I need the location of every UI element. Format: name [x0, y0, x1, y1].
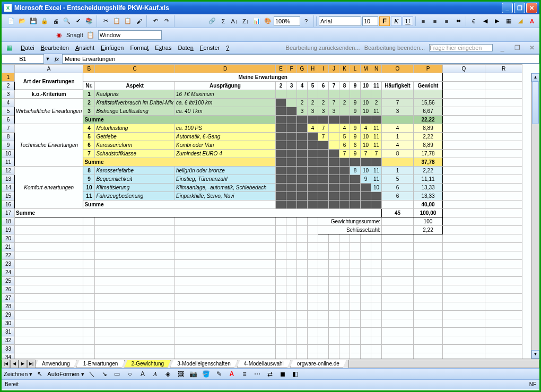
menu-einfuegen[interactable]: Einfügen — [101, 45, 124, 51]
cell[interactable]: 7 — [329, 82, 339, 90]
snagit-mode-combo[interactable] — [98, 30, 162, 40]
cell[interactable] — [308, 234, 318, 243]
cell[interactable]: 8 — [350, 167, 361, 175]
cell[interactable] — [339, 107, 350, 116]
cell[interactable]: Summe — [15, 209, 382, 217]
col-header-K[interactable]: K — [339, 65, 350, 73]
cell[interactable] — [371, 260, 382, 268]
cell[interactable] — [297, 141, 308, 150]
cell[interactable]: 2 — [276, 82, 286, 90]
cell[interactable] — [443, 268, 485, 277]
cell[interactable]: 3 — [308, 107, 318, 116]
cell[interactable] — [414, 353, 443, 359]
cell[interactable] — [485, 116, 522, 124]
cell[interactable] — [382, 277, 414, 285]
picture-icon[interactable]: 📷 — [188, 369, 199, 379]
cell[interactable] — [382, 294, 414, 302]
cell[interactable] — [339, 184, 350, 192]
col-header-G[interactable]: G — [297, 65, 308, 73]
cell[interactable] — [297, 184, 308, 192]
cell[interactable] — [318, 201, 329, 209]
row-header-3[interactable]: 3 — [2, 90, 15, 99]
cell[interactable] — [371, 311, 382, 319]
paste-icon[interactable]: 📋 — [123, 16, 133, 27]
fill-icon[interactable]: 🪣 — [201, 369, 212, 379]
cell[interactable] — [95, 311, 175, 319]
cell[interactable]: 5 — [83, 133, 95, 141]
cell[interactable] — [350, 243, 361, 251]
doc-restore-icon[interactable]: ❐ — [512, 42, 522, 53]
col-header-Q[interactable]: Q — [443, 65, 485, 73]
cell[interactable] — [329, 319, 339, 328]
cell[interactable]: 4 — [382, 124, 414, 133]
row-header-12[interactable]: 12 — [2, 167, 15, 175]
cell[interactable] — [286, 201, 297, 209]
cell[interactable] — [286, 133, 297, 141]
cell[interactable]: Ausprägung — [175, 82, 276, 90]
cell[interactable] — [318, 345, 329, 353]
cell[interactable] — [318, 141, 329, 150]
cell[interactable]: 2 — [318, 99, 329, 107]
cell[interactable] — [286, 192, 297, 201]
cell[interactable]: 8 — [382, 150, 414, 158]
cell[interactable]: 11 — [371, 107, 382, 116]
cell[interactable] — [485, 277, 522, 285]
cell[interactable] — [297, 201, 308, 209]
cell[interactable] — [83, 285, 95, 294]
cell[interactable] — [318, 167, 329, 175]
cell[interactable] — [339, 294, 350, 302]
cell[interactable] — [350, 285, 361, 294]
sum-icon[interactable]: Σ — [218, 16, 229, 27]
cell[interactable] — [276, 251, 286, 260]
cell[interactable] — [83, 328, 95, 336]
cell[interactable]: 3 — [329, 107, 339, 116]
cell[interactable]: 3 — [318, 107, 329, 116]
cell[interactable] — [297, 328, 308, 336]
col-header-P[interactable]: P — [414, 65, 443, 73]
cell[interactable] — [485, 294, 522, 302]
cell[interactable] — [95, 319, 175, 328]
cell[interactable] — [361, 302, 371, 311]
cell[interactable] — [414, 336, 443, 345]
cell[interactable] — [297, 302, 308, 311]
cell[interactable] — [308, 336, 318, 345]
vertical-scrollbar[interactable]: ▲ ▼ — [531, 73, 539, 359]
cell[interactable]: 2 — [297, 99, 308, 107]
cell[interactable] — [361, 285, 371, 294]
cell[interactable] — [371, 116, 382, 124]
cell[interactable]: k.o.-Kriterium — [15, 90, 83, 99]
cell[interactable]: 13,33 — [414, 192, 443, 201]
cell[interactable] — [329, 268, 339, 277]
cell[interactable] — [371, 268, 382, 277]
cell[interactable] — [318, 150, 329, 158]
cell[interactable]: 9 — [350, 124, 361, 133]
cell[interactable] — [83, 353, 95, 359]
row-header-25[interactable]: 25 — [2, 277, 15, 285]
cell[interactable] — [329, 328, 339, 336]
cell[interactable]: 17,78 — [414, 150, 443, 158]
col-header-N[interactable]: N — [371, 65, 382, 73]
align-right-icon[interactable]: ≡ — [441, 16, 452, 27]
cell[interactable]: 4 — [339, 124, 350, 133]
cell[interactable] — [350, 184, 361, 192]
cell[interactable]: 2,22 — [414, 226, 443, 234]
cell[interactable] — [15, 234, 83, 243]
cell[interactable] — [276, 107, 286, 116]
open-icon[interactable]: 📂 — [17, 16, 28, 27]
row-header-1[interactable]: 1 — [2, 73, 15, 82]
cell[interactable] — [382, 201, 414, 209]
close-button[interactable]: ✕ — [526, 3, 537, 13]
currency-icon[interactable]: € — [468, 16, 479, 27]
cell[interactable] — [414, 234, 443, 243]
font-size-combo[interactable] — [362, 16, 378, 26]
cell[interactable] — [339, 175, 350, 184]
cell[interactable]: 8,89 — [414, 124, 443, 133]
cell[interactable] — [308, 226, 318, 234]
cell[interactable] — [382, 345, 414, 353]
cell[interactable] — [276, 336, 286, 345]
cell[interactable]: 9 — [361, 175, 371, 184]
cell[interactable] — [276, 141, 286, 150]
cell[interactable] — [297, 311, 308, 319]
cell[interactable]: 37,78 — [414, 158, 443, 167]
cell[interactable] — [83, 217, 95, 226]
